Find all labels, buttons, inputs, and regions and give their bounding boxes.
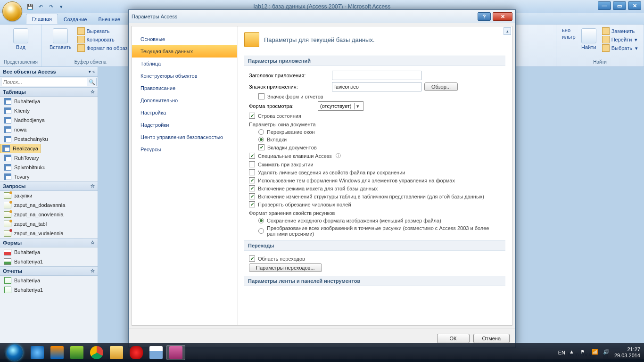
form-icon-checkbox[interactable] (258, 93, 264, 99)
nav-item[interactable]: Buhalteriya (0, 247, 98, 257)
save-icon[interactable]: 💾 (26, 2, 34, 11)
msn-icon[interactable] (67, 345, 86, 360)
view-button[interactable]: Вид (4, 26, 38, 52)
tab-create[interactable]: Создание (58, 15, 93, 24)
nav-item[interactable]: Nadhodjenya (0, 115, 98, 125)
office-button[interactable] (2, 1, 22, 21)
nav-item[interactable]: zaput_na_vudalennia (0, 229, 98, 238)
dialog-category[interactable]: Надстройки (132, 119, 237, 131)
section-reports[interactable]: Отчеты☆ (0, 266, 98, 276)
tray-flag-icon[interactable]: ▲ (569, 349, 577, 356)
dialog-titlebar[interactable]: Параметры Access ? ✕ (129, 10, 515, 23)
paint-icon[interactable] (147, 345, 165, 360)
layout-checkbox[interactable] (249, 185, 255, 191)
section-forms[interactable]: Формы☆ (0, 238, 98, 247)
compact-checkbox[interactable] (249, 161, 255, 167)
tray-volume-icon[interactable]: 🔊 (603, 349, 611, 356)
opera-icon[interactable] (127, 345, 146, 360)
nav-item[interactable]: zaput_na_dodavannia (0, 200, 98, 210)
navpane-checkbox[interactable] (249, 255, 255, 262)
format-painter-button[interactable]: Формат по образцу (77, 44, 133, 52)
explorer-icon[interactable] (107, 345, 126, 360)
nav-item[interactable]: Realizacya (0, 144, 41, 153)
nav-item[interactable]: Buhalteriya1 (0, 285, 98, 295)
section-queries[interactable]: Запросы☆ (0, 181, 98, 191)
nav-item[interactable]: Buhalteriya (0, 97, 98, 106)
nav-item[interactable]: Buhalteriya (0, 276, 98, 285)
statusbar-checkbox[interactable] (249, 113, 255, 119)
info-icon[interactable]: ⓘ (336, 152, 341, 159)
pic1-radio[interactable] (258, 218, 264, 223)
app-icon-input[interactable] (332, 82, 421, 91)
dialog-category[interactable]: Правописание (132, 82, 237, 94)
object-icon (4, 230, 11, 237)
removeinfo-checkbox[interactable] (249, 169, 255, 175)
nav-options-button[interactable]: Параметры переходов... (249, 263, 322, 272)
app-title-input[interactable] (332, 71, 421, 80)
dialog-category[interactable]: Ресурсы (132, 143, 237, 156)
paste-button[interactable]: Вставить (46, 26, 75, 53)
dialog-help-button[interactable]: ? (478, 12, 491, 21)
nav-item[interactable]: Buhalteriya1 (0, 257, 98, 266)
dialog-category[interactable]: Центр управления безопасностью (132, 131, 237, 143)
display-form-select[interactable]: (отсутствует)▾ (318, 101, 363, 111)
ie-icon[interactable] (28, 345, 47, 360)
dialog-category[interactable]: Текущая база данных (132, 45, 237, 58)
replace-button[interactable]: Заменить (602, 27, 638, 35)
dialog-category[interactable]: Настройка (132, 107, 237, 119)
search-icon[interactable]: 🔍 (87, 78, 97, 86)
ok-button[interactable]: ОК (437, 334, 470, 343)
cut-button[interactable]: Вырезать (77, 27, 133, 35)
tray-clock[interactable]: 21:2729.03.2014 (614, 346, 640, 359)
nav-item[interactable]: Spivrobitnuku (0, 163, 98, 172)
dialog-close-button[interactable]: ✕ (493, 12, 512, 21)
dialog-category[interactable]: Конструкторы объектов (132, 70, 237, 82)
access-icon[interactable] (166, 345, 185, 360)
chrome-icon[interactable] (87, 345, 106, 360)
select-button[interactable]: Выбрать▾ (602, 44, 638, 52)
design-checkbox[interactable] (249, 193, 255, 199)
minimize-button[interactable]: — (598, 1, 611, 10)
cancel-button[interactable]: Отмена (473, 334, 510, 343)
nav-item[interactable]: zaput_na_tabl (0, 219, 98, 229)
undo-icon[interactable]: ↶ (36, 2, 45, 11)
tray-flag2-icon[interactable]: ⚑ (580, 349, 588, 356)
copy-button[interactable]: Копировать (77, 36, 133, 43)
tray-network-icon[interactable]: 📶 (592, 349, 599, 356)
qat-dropdown-icon[interactable]: ▾ (57, 2, 66, 11)
nav-header[interactable]: Все объекты Access▾ « (0, 67, 98, 77)
themes-checkbox[interactable] (249, 177, 255, 183)
tab-home[interactable]: Главная (26, 14, 58, 24)
specialkeys-checkbox[interactable] (249, 153, 255, 159)
tabs-radio[interactable] (258, 137, 264, 142)
maximize-button[interactable]: ▭ (613, 1, 626, 10)
doctabs-checkbox[interactable] (258, 144, 264, 150)
browse-button[interactable]: Обзор... (424, 82, 458, 91)
close-button[interactable]: ✕ (628, 1, 641, 10)
wmp-icon[interactable] (48, 345, 66, 360)
nav-item[interactable]: Klienty (0, 106, 98, 115)
lang-indicator[interactable]: EN (558, 350, 565, 355)
dialog-category[interactable]: Дополнительно (132, 94, 237, 107)
dialog-content: ▴ Параметры для текущей базы данных. Пар… (238, 26, 512, 325)
nav-item[interactable]: закупки (0, 191, 98, 200)
dialog-category[interactable]: Основные (132, 33, 237, 45)
scroll-up-icon[interactable]: ▴ (504, 27, 511, 35)
overlap-radio[interactable] (258, 129, 264, 135)
tab-external[interactable]: Внешние (93, 15, 126, 24)
object-icon (4, 98, 11, 105)
nav-item[interactable]: Postachalnyku (0, 134, 98, 144)
find-button[interactable]: Найти (578, 26, 600, 52)
nav-item[interactable]: nowa (0, 125, 98, 134)
nav-item[interactable]: zaput_na_onovlennia (0, 210, 98, 219)
dialog-category[interactable]: Таблица (132, 58, 237, 70)
section-tables[interactable]: Таблицы☆ (0, 87, 98, 97)
goto-button[interactable]: Перейти▾ (602, 36, 638, 43)
start-button[interactable] (2, 344, 27, 362)
nav-item[interactable]: RuhTovary (0, 153, 98, 163)
pic2-radio[interactable] (258, 228, 264, 234)
nav-item[interactable]: Tovary (0, 172, 98, 181)
trunc-checkbox[interactable] (249, 201, 255, 207)
nav-search-input[interactable] (1, 78, 87, 86)
redo-icon[interactable]: ↷ (47, 2, 55, 11)
